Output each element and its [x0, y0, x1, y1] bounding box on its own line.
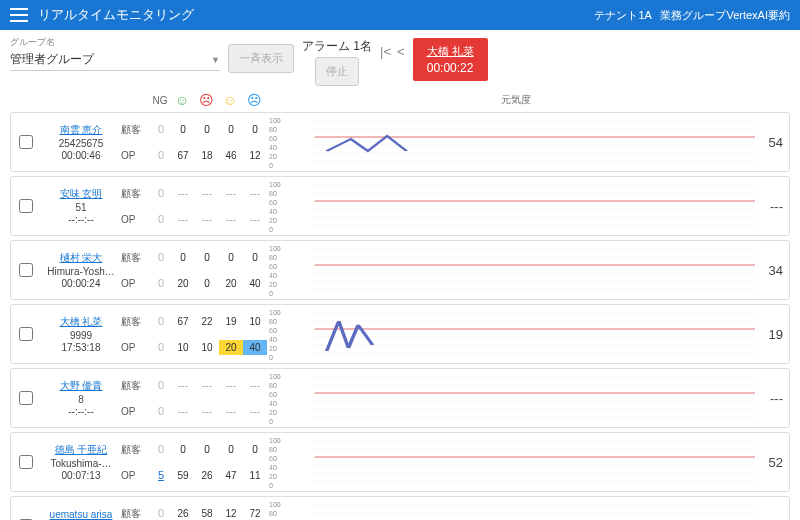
alarm-count: アラーム 1名 — [302, 38, 372, 55]
first-page-icon[interactable]: |< — [380, 44, 391, 59]
agent-id: Tokushima-… — [41, 458, 121, 469]
row-checkbox[interactable] — [19, 327, 33, 341]
value-cell: --- — [195, 186, 219, 201]
ng-customer: 0 — [151, 251, 171, 263]
top-bar: リアルタイムモニタリング テナント1A 業務グループVertexAI要約 — [0, 0, 800, 30]
value-cell: 40 — [243, 276, 267, 291]
work-group: 業務グループVertexAI要約 — [660, 9, 790, 21]
prev-page-icon[interactable]: < — [397, 44, 405, 59]
value-cell: 0 — [243, 442, 267, 457]
value-cell: --- — [243, 186, 267, 201]
agent-name-link[interactable]: 南雲 恵介 — [41, 123, 121, 137]
spark-chart: 100806040200 — [267, 308, 759, 360]
table-header: NG ☺ ☹ ☺ ☹ 元気度 — [10, 90, 790, 112]
agent-name-link[interactable]: uematsu arisa — [41, 509, 121, 520]
table-row: 徳島 千亜紀 Tokushima-… 00:07:13 顧客 OP 0 5 00… — [10, 432, 790, 492]
group-select-value: 管理者グループ — [10, 51, 94, 68]
stop-button[interactable]: 停止 — [315, 57, 359, 86]
role-customer: 顧客 — [121, 443, 151, 457]
value-cell: 59 — [171, 468, 195, 483]
value-cell: --- — [171, 186, 195, 201]
value-cell: 47 — [219, 468, 243, 483]
value-cell: --- — [243, 404, 267, 419]
agent-id: 51 — [41, 202, 121, 213]
value-cell: 10 — [195, 340, 219, 355]
role-operator: OP — [121, 342, 151, 353]
value-cell: 26 — [171, 506, 195, 521]
value-cell: 20 — [219, 340, 243, 355]
alert-name[interactable]: 大橋 礼菜 — [427, 45, 474, 57]
score: --- — [759, 372, 789, 424]
value-cell: 19 — [219, 314, 243, 329]
agent-name-link[interactable]: 大橋 礼菜 — [41, 315, 121, 329]
row-checkbox[interactable] — [19, 455, 33, 469]
agent-name-link[interactable]: 大野 優貴 — [41, 379, 121, 393]
value-cell: --- — [219, 212, 243, 227]
alert-time: 00:00:22 — [427, 61, 474, 75]
app-title: リアルタイムモニタリング — [38, 6, 194, 24]
role-customer: 顧客 — [121, 251, 151, 265]
agent-time: 17:53:18 — [41, 342, 121, 353]
value-cell: 10 — [243, 314, 267, 329]
ng-customer: 0 — [151, 379, 171, 391]
tenant-info: テナント1A 業務グループVertexAI要約 — [594, 8, 790, 23]
value-cell: 20 — [219, 276, 243, 291]
alert-badge[interactable]: 大橋 礼菜 00:00:22 — [413, 38, 488, 81]
agent-id: 8 — [41, 394, 121, 405]
sad-face-icon: ☹ — [194, 92, 218, 108]
row-checkbox[interactable] — [19, 391, 33, 405]
role-operator: OP — [121, 406, 151, 417]
table-row: 樋村 栄大 Himura-Yosh… 00:00:24 顧客 OP 0 0 00… — [10, 240, 790, 300]
ng-customer: 0 — [151, 315, 171, 327]
value-cell: 67 — [171, 148, 195, 163]
value-cell: --- — [195, 212, 219, 227]
value-cell: 40 — [243, 340, 267, 355]
role-operator: OP — [121, 214, 151, 225]
ng-link[interactable]: 5 — [151, 469, 171, 481]
row-checkbox[interactable] — [19, 135, 33, 149]
value-cell: --- — [171, 378, 195, 393]
agent-id: Himura-Yosh… — [41, 266, 121, 277]
col-chart: 元気度 — [266, 93, 760, 107]
happy-face-icon: ☺ — [170, 92, 194, 108]
score: 54 — [759, 116, 789, 168]
agent-time: 00:00:46 — [41, 150, 121, 161]
value-cell: 26 — [195, 468, 219, 483]
spark-chart: 100806040200 — [267, 436, 759, 488]
agent-name-link[interactable]: 徳島 千亜紀 — [41, 443, 121, 457]
value-cell: 0 — [171, 250, 195, 265]
spark-chart: 100806040200 — [267, 372, 759, 424]
value-cell: 18 — [195, 148, 219, 163]
group-select[interactable]: グループ名 管理者グループ ▼ — [10, 36, 220, 71]
value-cell: 0 — [195, 442, 219, 457]
value-cell: --- — [171, 212, 195, 227]
value-cell: 0 — [243, 122, 267, 137]
role-operator: OP — [121, 470, 151, 481]
role-customer: 顧客 — [121, 315, 151, 329]
spark-chart: 100806040200 — [267, 244, 759, 296]
value-cell: 67 — [171, 314, 195, 329]
value-cell: --- — [243, 212, 267, 227]
agent-name-link[interactable]: 安味 玄明 — [41, 187, 121, 201]
row-checkbox[interactable] — [19, 263, 33, 277]
value-cell: 0 — [219, 442, 243, 457]
menu-icon[interactable] — [10, 8, 28, 22]
bulk-display-button[interactable]: 一斉表示 — [228, 44, 294, 73]
value-cell: 0 — [171, 442, 195, 457]
table-row: 大橋 礼菜 9999 17:53:18 顧客 OP 0 0 67221910 1… — [10, 304, 790, 364]
value-cell: --- — [219, 186, 243, 201]
agent-time: 00:07:13 — [41, 470, 121, 481]
value-cell: --- — [219, 378, 243, 393]
value-cell: --- — [195, 378, 219, 393]
row-checkbox[interactable] — [19, 199, 33, 213]
ng-customer: 0 — [151, 443, 171, 455]
agent-time: --:--:-- — [41, 406, 121, 417]
value-cell: 0 — [195, 122, 219, 137]
ng-customer: 0 — [151, 123, 171, 135]
agent-name-link[interactable]: 樋村 栄大 — [41, 251, 121, 265]
spark-chart: 100806040200 — [267, 116, 759, 168]
ng-customer: 0 — [151, 187, 171, 199]
agent-time: --:--:-- — [41, 214, 121, 225]
table-row: 安味 玄明 51 --:--:-- 顧客 OP 0 0 ------------… — [10, 176, 790, 236]
agent-id: 25425675 — [41, 138, 121, 149]
